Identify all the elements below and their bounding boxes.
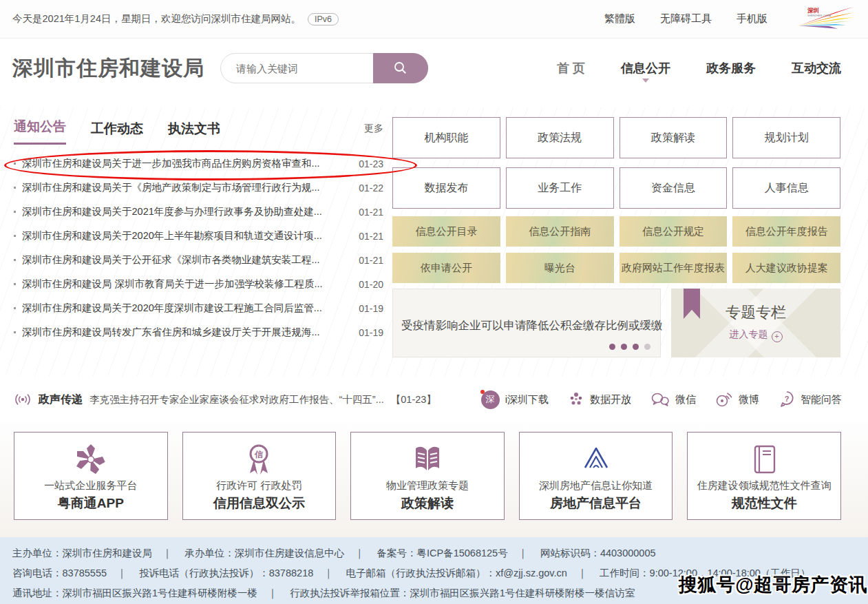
list-item[interactable]: 深圳市住房和建设局关于2021年度参与办理行政事务及协助查处建... 01-21 <box>14 200 383 224</box>
list-item[interactable]: 深圳市住房和建设局转发广东省住房和城乡建设厅关于开展违规海... 01-19 <box>14 320 383 344</box>
notice-title[interactable]: 深圳市住房和建设局关于2021年度参与办理行政事务及协助查处建... <box>22 205 352 218</box>
carousel-caption[interactable]: 受疫情影响企业可以申请降低公积金缴存比例或缓缴 <box>401 318 663 333</box>
special-topics-card[interactable]: 专题专栏 进入专题+ <box>671 289 840 357</box>
link-disclosure-catalog[interactable]: 信息公开目录 <box>392 216 500 247</box>
bullet-icon <box>14 331 16 333</box>
carousel-dot[interactable] <box>609 344 615 350</box>
link-npc-cppcc-proposals[interactable]: 人大建议政协提案 <box>732 253 840 283</box>
svg-text:?: ? <box>785 395 790 403</box>
link-exposure-platform[interactable]: 曝光台 <box>506 253 614 283</box>
link-disclosure-rules[interactable]: 信息公开规定 <box>620 216 728 247</box>
list-item[interactable]: 深圳市住房和建设局关于2020年度深圳市建设工程施工合同后监管... 01-19 <box>14 296 383 320</box>
gov-voice-strip: 政声传递 李克强主持召开专家企业家座谈会征求对政府工作报告、“十四五”... 【… <box>0 376 868 424</box>
link-disclosure-guide[interactable]: 信息公开指南 <box>506 216 614 247</box>
card-realestate-platform[interactable]: 深圳房地产信息让你知道 房地产信息平台 <box>519 432 673 520</box>
list-item[interactable]: 深圳市住房和建设局 深圳市教育局关于进一步加强学校装修工程质... 01-20 <box>14 272 383 296</box>
chevron-down-icon <box>642 79 649 83</box>
card-icon-wrap <box>520 441 673 477</box>
nav-gov-services[interactable]: 政务服务 <box>706 60 756 76</box>
tab-notices[interactable]: 通知公告 <box>14 118 66 145</box>
bullet-icon <box>14 283 16 285</box>
open-data-link[interactable]: 数据开放 <box>568 391 631 408</box>
tab-enforcement-docs[interactable]: 执法文书 <box>168 120 220 145</box>
gov-voice-headline[interactable]: 李克强主持召开专家企业家座谈会征求对政府工作报告、“十四五”... <box>89 393 384 406</box>
card-title: 房地产信息平台 <box>520 494 673 512</box>
list-item[interactable]: 深圳市住房和建设局关于2020年上半年勘察项目和轨道交通设计项... 01-21 <box>14 224 383 248</box>
notice-title[interactable]: 深圳市住房和建设局关于进一步加强我市商品住房购房资格审查和... <box>22 157 352 170</box>
topbar: 今天是2021年1月24日，星期日，欢迎您访问深圳市住建局网站。 IPv6 繁體… <box>0 0 868 39</box>
promo-cards: 一站式企业服务平台 粤商通APP 信 行政许可 行政处罚 信用信息双公示 <box>14 432 841 520</box>
gov-voice-label: 政声传递 <box>39 393 83 407</box>
main-section: 通知公告 工作动态 执法文书 更多 深圳市住房和建设局关于进一步加强我市商品住房… <box>0 107 868 376</box>
weibo-link[interactable]: 微博 <box>715 391 759 408</box>
search-input[interactable] <box>221 54 373 83</box>
link-disclosure-on-request[interactable]: 依申请公开 <box>392 253 500 283</box>
notice-date: 01-19 <box>359 303 383 314</box>
card-subtitle: 住房建设领域规范性文件查询 <box>688 479 840 492</box>
card-normative-documents[interactable]: 住房建设领域规范性文件查询 规范性文件 <box>687 432 841 520</box>
ishenzhen-download[interactable]: 深 i深圳下载 <box>481 390 549 409</box>
link-website-annual-report[interactable]: 政府网站工作年度报表 <box>620 253 728 283</box>
notice-date: 01-23 <box>359 158 383 169</box>
notice-title[interactable]: 深圳市住房和建设局 深圳市教育局关于进一步加强学校装修工程质... <box>22 278 352 291</box>
shenzhen-city-logo-icon: 深圳 SHENZHEN CHINA <box>792 5 856 34</box>
nav-info-disclosure[interactable]: 信息公开 <box>621 60 670 76</box>
link-org-functions[interactable]: 机构职能 <box>392 117 500 158</box>
ishenzhen-app-icon: 深 <box>481 390 500 409</box>
bullet-icon <box>14 163 16 165</box>
logo-cn-text: 深圳 <box>807 6 819 13</box>
link-policy-interpretation[interactable]: 政策解读 <box>620 117 728 158</box>
smart-qa-link[interactable]: ? 智能问答 <box>779 390 842 408</box>
main-nav: 首 页 信息公开 政务服务 互动交流 <box>557 60 841 76</box>
card-title: 政策解读 <box>351 494 504 512</box>
card-subtitle: 一站式企业服务平台 <box>14 479 167 492</box>
carousel-dot[interactable] <box>621 344 627 350</box>
realestate-logo-icon <box>580 444 613 475</box>
link-planning[interactable]: 规划计划 <box>732 117 840 158</box>
wechat-link[interactable]: 微信 <box>650 392 696 407</box>
traditional-chinese-link[interactable]: 繁體版 <box>604 12 635 25</box>
bullet-icon <box>14 307 16 309</box>
search-button[interactable] <box>373 53 428 83</box>
enter-topics-link[interactable]: 进入专题+ <box>671 329 840 342</box>
search-icon <box>392 60 409 76</box>
bullet-icon <box>14 211 16 213</box>
card-policy-interpretation[interactable]: 物业管理政策专题 政策解读 <box>350 432 505 520</box>
notice-date: 01-21 <box>359 255 383 266</box>
mobile-version-link[interactable]: 手机版 <box>737 12 768 25</box>
page: 今天是2021年1月24日，星期日，欢迎您访问深圳市住建局网站。 IPv6 繁體… <box>0 0 868 604</box>
link-personnel-info[interactable]: 人事信息 <box>732 167 840 209</box>
list-item[interactable]: 深圳市住房和建设局关于公开征求《深圳市各类物业建筑安装工程... 01-21 <box>14 248 383 272</box>
notice-date: 01-21 <box>359 207 383 218</box>
carousel-banner[interactable]: 受疫情影响企业可以申请降低公积金缴存比例或缓缴 <box>392 289 661 357</box>
card-credit-disclosure[interactable]: 信 行政许可 行政处罚 信用信息双公示 <box>182 432 337 520</box>
link-business-work[interactable]: 业务工作 <box>506 167 614 209</box>
gov-voice-date: 【01-23】 <box>391 393 436 406</box>
carousel-dot[interactable] <box>633 344 639 350</box>
ipv6-badge[interactable]: IPv6 <box>308 13 339 25</box>
accessibility-tools-link[interactable]: 无障碍工具 <box>660 12 712 25</box>
notice-title[interactable]: 深圳市住房和建设局转发广东省住房和城乡建设厅关于开展违规海... <box>22 326 352 339</box>
carousel-dot[interactable] <box>644 344 650 350</box>
card-yueshangtong-app[interactable]: 一站式企业服务平台 粤商通APP <box>14 432 168 520</box>
link-policies-regulations[interactable]: 政策法规 <box>506 117 614 158</box>
list-item[interactable]: 深圳市住房和建设局关于进一步加强我市商品住房购房资格审查和... 01-23 <box>14 152 383 176</box>
book-icon <box>750 444 779 475</box>
more-link[interactable]: 更多 <box>364 123 383 135</box>
nav-home[interactable]: 首 页 <box>557 60 585 76</box>
card-icon-wrap <box>14 441 167 477</box>
link-data-release[interactable]: 数据发布 <box>392 167 500 209</box>
card-icon-wrap: 信 <box>183 441 336 477</box>
notice-title[interactable]: 深圳市住房和建设局关于公开征求《深圳市各类物业建筑安装工程... <box>22 253 352 267</box>
flower-icon <box>74 443 107 476</box>
link-annual-report[interactable]: 信息公开年度报告 <box>732 216 840 247</box>
notice-title[interactable]: 深圳市住房和建设局关于《房地产政策制定与市场管理行政行为规... <box>22 181 352 194</box>
nav-interaction[interactable]: 互动交流 <box>792 60 841 76</box>
notice-title[interactable]: 深圳市住房和建设局关于2020年上半年勘察项目和轨道交通设计项... <box>22 229 352 242</box>
card-subtitle: 行政许可 行政处罚 <box>183 479 336 492</box>
tab-work-updates[interactable]: 工作动态 <box>91 120 143 145</box>
list-item[interactable]: 深圳市住房和建设局关于《房地产政策制定与市场管理行政行为规... 01-22 <box>14 176 383 200</box>
notice-title[interactable]: 深圳市住房和建设局关于2020年度深圳市建设工程施工合同后监管... <box>22 302 352 315</box>
link-funds-info[interactable]: 资金信息 <box>620 167 728 209</box>
notice-date: 01-21 <box>359 231 383 242</box>
